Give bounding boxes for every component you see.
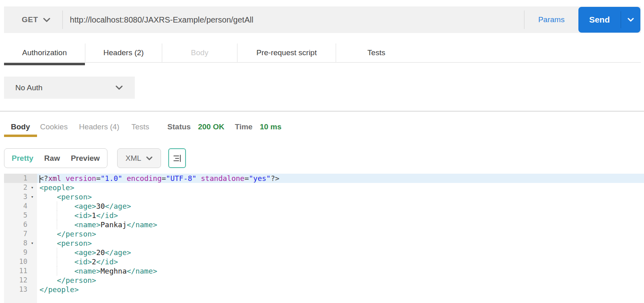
code-line-content: <name>Pankaj</name> [37, 220, 644, 229]
gutter-cell: 13 [4, 285, 37, 294]
code-line: 4 <age>30</age> [4, 201, 644, 211]
line-number: 4 [4, 201, 27, 211]
send-button[interactable]: Send [578, 15, 621, 25]
beautify-icon [173, 154, 182, 162]
fold-spacer [27, 276, 37, 285]
gutter-cell: 9 [4, 248, 37, 257]
tab-headers[interactable]: Headers (2) [85, 44, 162, 62]
time-label: Time [235, 122, 252, 131]
code-line-content: </people> [37, 285, 644, 294]
code-line-content: <people> [37, 183, 644, 192]
code-line: 3▾ <person> [4, 192, 644, 201]
code-line: 6 <name>Pankaj</name> [4, 220, 644, 229]
response-tab-body[interactable]: Body [4, 122, 37, 131]
tab-authorization[interactable]: Authorization [4, 44, 85, 62]
line-number: 2 [4, 183, 27, 192]
line-number: 1 [4, 174, 27, 183]
section-divider [0, 111, 644, 112]
request-tabs: Authorization Headers (2) Body Pre-reque… [4, 44, 641, 63]
response-tabs: Body Cookies Headers (4) Tests Status 20… [4, 121, 281, 133]
line-number: 11 [4, 266, 27, 276]
url-input[interactable] [63, 6, 524, 33]
tab-tests[interactable]: Tests [336, 44, 417, 62]
line-number: 3 [4, 192, 27, 201]
fold-spacer [27, 174, 37, 183]
response-tab-cookies[interactable]: Cookies [40, 122, 68, 131]
view-mode-group: Pretty Raw Preview [4, 148, 107, 168]
chevron-down-icon [116, 85, 123, 90]
code-editor[interactable]: 1<?xml version="1.0" encoding="UTF-8" st… [4, 174, 644, 303]
fold-toggle-icon[interactable]: ▾ [27, 192, 37, 201]
chevron-down-icon [627, 18, 634, 22]
language-dropdown[interactable]: XML [117, 148, 161, 168]
request-url-bar: GET Params Send [4, 6, 641, 33]
gutter-cell: 1 [4, 174, 37, 183]
send-options-button[interactable] [621, 18, 640, 22]
code-line: 12 </person> [4, 276, 644, 285]
code-lines: 1<?xml version="1.0" encoding="UTF-8" st… [4, 174, 644, 294]
method-label: GET [22, 15, 38, 24]
line-number: 7 [4, 229, 27, 239]
code-line-content: <person> [37, 239, 644, 248]
code-line-content: <name>Meghna</name> [37, 266, 644, 276]
code-line-content: <id>2</id> [37, 257, 644, 266]
view-mode-raw[interactable]: Raw [44, 154, 60, 163]
fold-toggle-icon[interactable]: ▾ [27, 239, 37, 248]
fold-toggle-icon[interactable]: ▾ [27, 183, 37, 192]
view-mode-pretty[interactable]: Pretty [12, 154, 33, 163]
code-line: 9 <age>20</age> [4, 248, 644, 257]
line-number: 9 [4, 248, 27, 257]
status-value: 200 OK [198, 122, 224, 131]
code-line-content: <age>30</age> [37, 201, 644, 211]
line-number: 5 [4, 211, 27, 220]
beautify-button[interactable] [168, 148, 186, 168]
gutter-cell: 3▾ [4, 192, 37, 201]
fold-spacer [27, 220, 37, 229]
code-line: 2▾<people> [4, 183, 644, 192]
tab-body[interactable]: Body [162, 44, 237, 62]
response-tab-tests[interactable]: Tests [131, 122, 149, 131]
gutter-cell: 6 [4, 220, 37, 229]
line-number: 10 [4, 257, 27, 266]
line-number: 13 [4, 285, 27, 294]
fold-spacer [27, 201, 37, 211]
code-line: 5 <id>1</id> [4, 211, 644, 220]
code-line-content: <id>1</id> [37, 211, 644, 220]
params-button[interactable]: Params [524, 15, 578, 24]
status-label: Status [167, 122, 191, 131]
tab-pre-request-script[interactable]: Pre-request script [237, 44, 336, 62]
fold-spacer [27, 211, 37, 220]
fold-spacer [27, 257, 37, 266]
chevron-down-icon [146, 156, 153, 160]
code-line: 8▾ <person> [4, 239, 644, 248]
gutter-cell: 4 [4, 201, 37, 211]
response-view-toolbar: Pretty Raw Preview XML [4, 148, 186, 168]
response-meta: Status 200 OK Time 10 ms [167, 122, 281, 131]
line-number: 12 [4, 276, 27, 285]
code-line-content: <?xml version="1.0" encoding="UTF-8" sta… [37, 174, 644, 183]
gutter-cell: 11 [4, 266, 37, 276]
gutter-cell: 5 [4, 211, 37, 220]
code-line-content: <age>20</age> [37, 248, 644, 257]
time-value: 10 ms [260, 122, 281, 131]
line-number: 6 [4, 220, 27, 229]
code-line-content: </person> [37, 276, 644, 285]
fold-spacer [27, 285, 37, 294]
code-line: 11 <name>Meghna</name> [4, 266, 644, 276]
fold-spacer [27, 266, 37, 276]
gutter-cell: 8▾ [4, 239, 37, 248]
language-label: XML [126, 154, 141, 163]
code-line: 10 <id>2</id> [4, 257, 644, 266]
auth-type-dropdown[interactable]: No Auth [4, 77, 135, 99]
code-line: 7 </person> [4, 229, 644, 239]
line-number: 8 [4, 239, 27, 248]
view-mode-preview[interactable]: Preview [71, 154, 100, 163]
send-button-group: Send [578, 7, 640, 33]
method-dropdown[interactable]: GET [4, 15, 62, 24]
fold-spacer [27, 248, 37, 257]
gutter-cell: 7 [4, 229, 37, 239]
response-tab-headers[interactable]: Headers (4) [79, 122, 119, 131]
fold-spacer [27, 229, 37, 239]
chevron-down-icon [43, 18, 50, 22]
gutter-cell: 12 [4, 276, 37, 285]
